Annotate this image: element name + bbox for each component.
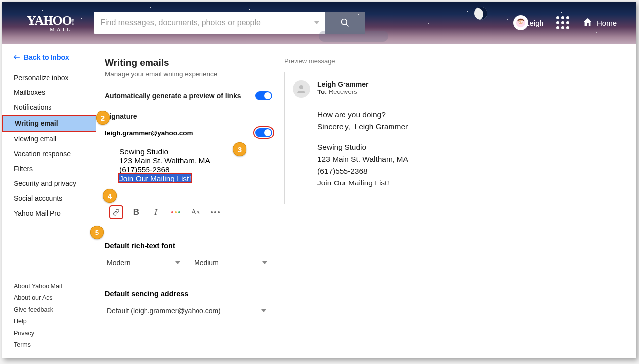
nav-personalize-inbox[interactable]: Personalize inbox [2,70,96,85]
header: YAHOO! MAIL Leigh Home [2,2,636,44]
svg-point-10 [299,85,303,89]
header-right: Leigh Home [513,2,617,44]
chevron-down-icon [314,21,319,24]
font-family-select[interactable]: Modern [105,256,182,270]
footer-privacy[interactable]: Privacy [14,328,62,340]
preview-card: Leigh Grammer To: Receivers How are you … [284,72,465,204]
logo-text: YAHOO [27,13,72,28]
font-size-icon: AA [191,208,200,216]
link-icon [111,209,121,216]
nav-writing-email[interactable]: Writing email [2,115,96,132]
home-link[interactable]: Home [582,17,617,29]
preview-body: How are you doing? Sincerely, Leigh Gram… [317,109,457,189]
arrow-left-icon [13,54,21,61]
signature-toggle[interactable] [255,128,272,137]
callout-3: 3 [233,142,246,156]
back-to-inbox-link[interactable]: Back to Inbox [2,53,96,70]
signature-email: leigh.grammer@yahoo.com [105,129,193,136]
more-formatting-button[interactable] [209,206,221,218]
footer-about-yahoo-mail[interactable]: About Yahoo Mail [14,281,62,293]
text-color-button[interactable] [170,206,182,218]
footer-about-ads[interactable]: About our Ads [14,292,62,304]
preview-avatar [293,80,310,98]
nav-vacation-response[interactable]: Vacation response [2,146,96,161]
chevron-down-icon [175,261,180,264]
footer-help[interactable]: Help [14,316,62,328]
footer-terms[interactable]: Terms [14,339,62,351]
signature-heading: Signature [105,112,279,120]
color-dots-icon [171,211,180,213]
nav-mailboxes[interactable]: Mailboxes [2,85,96,100]
nav-yahoo-mail-pro[interactable]: Yahoo Mail Pro [2,206,96,221]
nav-social-accounts[interactable]: Social accounts [2,191,96,206]
callout-5: 5 [90,226,104,239]
page-title: Writing emails [105,57,279,68]
home-icon [582,17,593,29]
signature-toolbar: B I AA [105,202,265,222]
yahoo-logo[interactable]: YAHOO! MAIL [27,13,74,32]
apps-grid-icon[interactable] [556,16,569,29]
more-icon [211,211,220,213]
chevron-down-icon [261,309,266,312]
nav-viewing-email[interactable]: Viewing email [2,132,96,146]
default-font-heading: Default rich-text font [105,242,279,250]
svg-point-7 [519,22,520,22]
callout-2: 2 [96,111,110,125]
nav-notifications[interactable]: Notifications [2,100,96,115]
chevron-down-icon [262,261,267,264]
signature-selected-text[interactable]: Join Our Mailing List! [119,174,191,182]
settings-column: Writing emails Manage your email writing… [96,44,279,358]
sending-address-select[interactable]: Default (leigh.grammer@yahoo.com) [105,304,268,318]
page-subtitle: Manage your email writing experience [105,70,279,78]
nav-security-privacy[interactable]: Security and privacy [2,176,96,191]
auto-preview-label: Automatically generate a preview of link… [105,92,241,100]
insert-link-button[interactable] [110,206,122,218]
auto-preview-toggle[interactable] [255,91,272,100]
svg-point-0 [342,19,347,25]
user-name[interactable]: Leigh [525,19,543,27]
person-icon [295,83,307,95]
callout-4: 4 [103,189,117,203]
preview-to-line: To: Receivers [317,88,368,95]
preview-label: Preview message [284,57,636,65]
svg-line-1 [346,24,349,27]
italic-button[interactable]: I [150,206,162,218]
font-button[interactable]: AA [190,206,201,218]
moon-decor [474,7,487,20]
svg-point-8 [522,22,522,22]
search-input[interactable] [94,12,308,34]
nav-filters[interactable]: Filters [2,161,96,176]
sidebar-footer: About Yahoo Mail About our Ads Give feed… [14,281,62,352]
search-icon [340,18,350,28]
cloud-decor [319,31,388,42]
default-sending-heading: Default sending address [105,290,279,298]
preview-sender: Leigh Grammer [317,80,368,88]
font-size-select[interactable]: Medium [192,256,269,270]
bold-button[interactable]: B [130,206,142,218]
preview-column: Preview message Leigh Grammer To: Receiv… [279,44,636,358]
footer-give-feedback[interactable]: Give feedback [14,304,62,316]
settings-sidebar: Back to Inbox Personalize inbox Mailboxe… [2,44,96,358]
